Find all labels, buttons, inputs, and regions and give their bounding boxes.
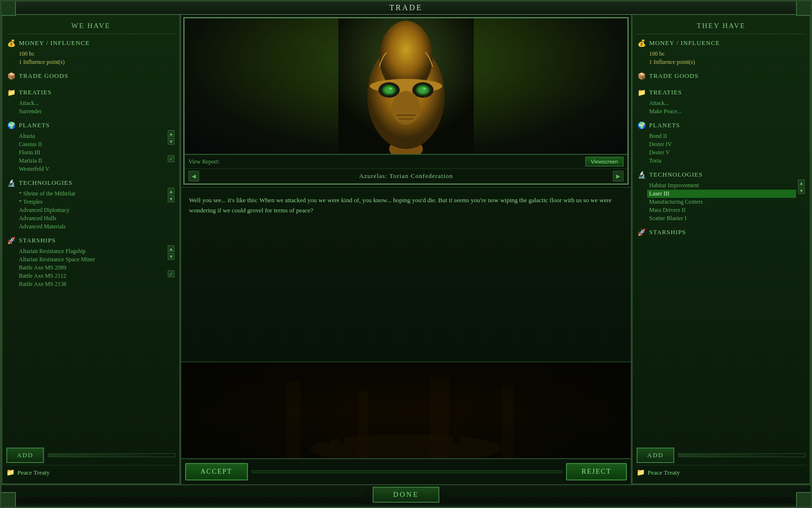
right-tech-title: Technologies [649,171,703,179]
right-money-influence[interactable]: 1 Influence point(s) [649,58,806,66]
left-planets-header: 🌍 Planets [6,120,175,130]
left-add-bar [48,453,175,457]
right-add-area: Add [637,444,806,463]
left-planet-3[interactable]: Florin III [19,149,166,157]
portrait-frame: View Report: Viewscreen ◄ Azurelas: Tori… [183,17,629,185]
left-ship-4[interactable]: Battle Axe MS 2112 [19,272,166,280]
left-tech-scroll-down[interactable]: ▼ [168,195,174,202]
left-planets-scroll-down[interactable]: ▼ [168,138,174,145]
accept-reject-bar: Accept Reject [181,458,631,484]
left-tech-scroll-up[interactable]: ▲ [168,188,174,194]
left-tech-header: 🔬 Technologies [6,178,175,188]
folder-icon-left-peace: 📁 [6,468,14,477]
left-tech-5[interactable]: Advanced Materials [19,223,166,231]
folder-icon-right-treaties: 📁 [637,88,646,97]
trade-icon-left: 📦 [6,71,16,81]
right-ships-section: 🚀 Starships [637,227,806,239]
left-tech-4[interactable]: Advanced Hulls [19,214,166,223]
planet-icon-right: 🌍 [637,120,646,130]
left-planet-2[interactable]: Cassius II [19,140,166,149]
right-add-bar [678,453,806,457]
right-treaties-section: 📁 Treaties Attack... Make Peace... [637,88,806,116]
right-planet-3[interactable]: Dester V [649,149,806,157]
corner-tr [796,1,811,16]
accept-reject-middle-bar [252,470,563,473]
left-panel: We Have 💰 Money / Influence 100 bc 1 Inf… [1,15,180,484]
left-planets-scroll-up[interactable]: ▲ [168,130,174,137]
nav-prev-button[interactable]: ◄ [188,171,199,181]
left-ship-1[interactable]: Altarian Resistance Flagship [19,247,166,255]
bottom-bar: Done [1,484,811,504]
dialog-area: Well you see... it's like this: When we … [181,187,631,361]
right-tech-laser[interactable]: Laser III [647,190,796,198]
right-tech-scroll-down[interactable]: ▼ [798,187,805,194]
right-tech-scatter[interactable]: Scatter Blaster I [649,214,796,223]
right-planet-1[interactable]: Bond II [649,132,806,140]
nav-bar: ◄ Azurelas: Torian Confederation ► [185,168,627,183]
left-ship-3[interactable]: Battle Axe MS 2089 [19,264,166,272]
left-planet-1[interactable]: Altaria [19,132,166,140]
left-ship-2[interactable]: Altarian Resistance Space Miner [19,255,166,264]
right-tech-massdrivers[interactable]: Mass Drivers II [649,206,796,214]
right-tech-items: Habitat Improvement Laser III Manufactur… [637,181,806,223]
reject-button[interactable]: Reject [566,463,627,480]
svg-rect-23 [325,425,331,444]
tech-icon-left: 🔬 [6,178,16,188]
left-ships-scroll-check[interactable]: ✓ [168,270,174,277]
left-tech-2[interactable]: * Temples [19,198,166,206]
right-tech-manufacturing[interactable]: Manufacturing Centers [649,198,796,206]
left-planet-4[interactable]: Martzia II [19,157,166,165]
left-ships-header: 🚀 Starships [6,236,175,245]
right-planets-header: 🌍 Planets [637,120,806,130]
trade-icon-right: 📦 [637,71,646,81]
planet-icon-left: 🌍 [6,120,16,130]
left-trade-title: Trade Goods [19,72,68,80]
left-treaty-attack[interactable]: Attack... [19,99,175,107]
left-peace-treaty-text[interactable]: Peace Treaty [17,469,50,477]
left-treaty-surrender[interactable]: Surrender [19,107,175,116]
left-money-influence[interactable]: 1 Influence point(s) [19,58,175,66]
left-trade-header: 📦 Trade Goods [6,71,175,81]
main-layout: We Have 💰 Money / Influence 100 bc 1 Inf… [1,15,811,484]
done-button[interactable]: Done [373,487,439,503]
right-treaties-header: 📁 Treaties [637,88,806,97]
money-icon-right: 💰 [637,38,646,48]
left-tech-1[interactable]: * Shrine of the Mithrilar [19,190,166,198]
right-planet-4[interactable]: Toria [649,157,806,165]
left-planet-5[interactable]: Westerfeld V [19,165,166,173]
nav-next-button[interactable]: ► [613,171,624,181]
left-money-bc[interactable]: 100 bc [19,50,175,58]
right-tech-header: 🔬 Technologies [637,170,806,179]
right-tech-scroll-up[interactable]: ▲ [798,179,805,186]
left-tech-3[interactable]: Advanced Diplomacy [19,206,166,214]
left-trade-section: 📦 Trade Goods [6,71,175,83]
left-add-button[interactable]: Add [6,448,44,463]
left-ships-title: Starships [19,237,56,244]
viewscreen-button[interactable]: Viewscreen [585,157,624,166]
right-money-section: 💰 Money / Influence 100 bc 1 Influence p… [637,38,806,66]
left-ships-scroll-up[interactable]: ▲ [168,245,174,252]
right-treaty-attack[interactable]: Attack... [649,99,806,107]
right-tech-habitat[interactable]: Habitat Improvement [649,181,796,190]
accept-button[interactable]: Accept [185,463,248,480]
left-ships-scroll-down[interactable]: ▼ [168,253,174,260]
svg-rect-27 [454,425,460,444]
right-peace-treaty-text[interactable]: Peace Treaty [648,469,680,477]
svg-rect-21 [502,387,514,459]
dialog-text: Well you see... it's like this: When we … [189,195,623,216]
folder-icon-left-treaties: 📁 [6,88,16,97]
right-panel-header: They Have [637,19,806,34]
right-planet-2[interactable]: Dester IV [649,140,806,149]
left-planets-scroll-check[interactable]: ✓ [168,155,174,162]
right-trade-header: 📦 Trade Goods [637,71,806,81]
right-add-button[interactable]: Add [637,448,674,463]
left-ship-5[interactable]: Battle Axe MS 2138 [19,280,166,288]
left-treaties-items: Attack... Surrender [6,99,175,116]
right-trade-section: 📦 Trade Goods [637,71,806,83]
svg-point-28 [453,418,461,426]
right-treaty-makepeace[interactable]: Make Peace... [649,107,806,116]
right-ships-header: 🚀 Starships [637,227,806,237]
right-ships-title: Starships [649,228,686,236]
right-money-bc[interactable]: 100 bc [649,50,806,58]
center-panel: View Report: Viewscreen ◄ Azurelas: Tori… [180,15,632,484]
